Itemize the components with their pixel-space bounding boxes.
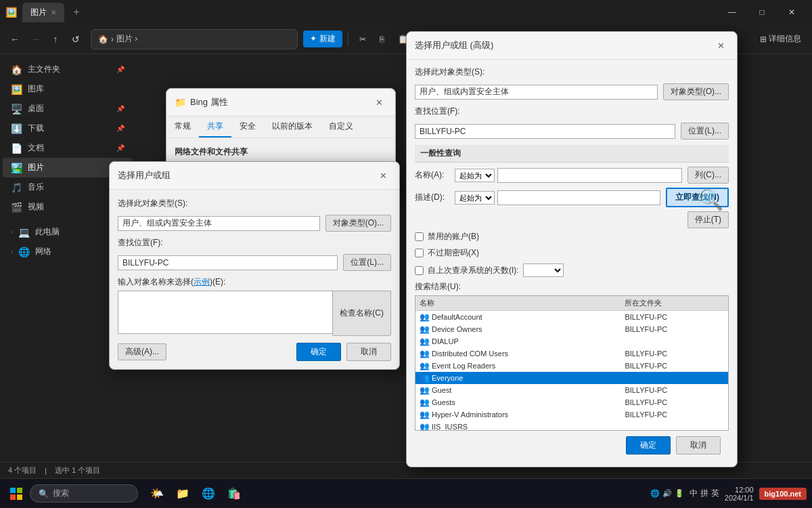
search-results-scroll[interactable]: 名称 所在文件夹 👥DefaultAccount BILLYFU-PC 👥Dev… — [415, 295, 729, 431]
sidebar-item-desktop[interactable]: 🖥️ 桌面 📌 — [3, 99, 133, 119]
minimize-btn[interactable]: — — [717, 1, 747, 23]
new-tab-btn[interactable]: + — [67, 3, 86, 22]
desc-condition-select[interactable]: 起始为 — [455, 191, 495, 205]
taskbar-app-explorer[interactable]: 📁 — [172, 483, 194, 505]
cut-btn[interactable]: ✂ — [354, 32, 371, 47]
table-row[interactable]: 👥DIALUP — [415, 335, 728, 347]
expand-mypc: › — [11, 228, 13, 236]
adv-obj-type-btn[interactable]: 对象类型(O)... — [663, 83, 729, 100]
explorer-tab[interactable]: 图片 ✕ — [22, 3, 64, 22]
refresh-btn[interactable]: ↺ — [66, 30, 85, 49]
bing-props-close[interactable]: ✕ — [371, 94, 387, 110]
select-user-body: 选择此对象类型(S): 用户、组或内置安全主体 对象类型(O)... 查找位置(… — [110, 190, 399, 369]
sidebar-item-home[interactable]: 🏠 主文件夹 📌 — [3, 60, 133, 79]
table-row[interactable]: 👥Hyper-V Administrators BILLYFU-PC — [415, 408, 728, 421]
obj-type-btn[interactable]: 对象类型(O)... — [325, 215, 391, 232]
adv-loc-row: BILLYFU-PC 位置(L)... — [415, 123, 729, 140]
advanced-titlebar: 选择用户或组 (高级) ✕ — [407, 32, 737, 60]
up-btn[interactable]: ↑ — [46, 30, 65, 49]
ime-en: 英 — [711, 488, 719, 499]
table-row[interactable]: 👥IIS_IUSRS — [415, 421, 728, 431]
date: 2024/1/1 — [725, 494, 754, 502]
result-icon: 👥 — [420, 337, 430, 346]
adv-obj-type-row: 用户、组或内置安全主体 对象类型(O)... — [415, 83, 729, 100]
taskbar-pinned-apps: 🌤️ 📁 🌐 🛍️ — [146, 483, 245, 505]
sidebar-item-downloads[interactable]: ⬇️ 下载 📌 — [3, 119, 133, 138]
sidebar-item-docs[interactable]: 📄 文档 📌 — [3, 138, 133, 158]
result-icon: 👥 — [420, 324, 430, 334]
taskbar-app-store[interactable]: 🛍️ — [223, 483, 245, 505]
table-row[interactable]: 👥Guest BILLYFU-PC — [415, 384, 728, 396]
taskbar-right: 🌐 🔊 🔋 中 拼 英 12:00 2024/1/1 big100.net — [650, 486, 807, 502]
name-query-input[interactable] — [497, 168, 682, 183]
col-name-header: 名称 — [415, 296, 621, 311]
location-btn[interactable]: 位置(L)... — [343, 254, 391, 271]
address-bar[interactable]: 🏠 › 图片 › — [91, 29, 298, 49]
query-row1: 名称(A): 起始为 列(C)... — [415, 167, 729, 184]
tab-previous[interactable]: 以前的版本 — [264, 117, 321, 137]
table-row[interactable]: 👥Guests BILLYFU-PC — [415, 396, 728, 408]
sidebar-videos-label: 视频 — [28, 201, 44, 213]
tab-general[interactable]: 常规 — [166, 117, 199, 137]
tray-battery: 🔋 — [675, 489, 684, 498]
advanced-btn[interactable]: 高级(A)... — [118, 343, 166, 360]
name-condition-select[interactable]: 起始为 — [455, 169, 495, 182]
ime-indicator[interactable]: 中 拼 英 — [690, 488, 719, 499]
back-btn[interactable]: ← — [5, 30, 24, 49]
copy-btn[interactable]: ⎘ — [374, 32, 390, 47]
tab-share[interactable]: 共享 — [199, 117, 231, 137]
days-select[interactable] — [523, 263, 564, 277]
table-row[interactable]: 👥Distributed COM Users BILLYFU-PC — [415, 347, 728, 360]
start-button[interactable] — [5, 483, 27, 505]
result-name: 👥Guests — [415, 396, 621, 408]
result-folder: BILLYFU-PC — [621, 360, 728, 372]
sidebar-item-gallery[interactable]: 🖼️ 图库 — [3, 79, 133, 99]
taskbar-search[interactable]: 🔍 搜索 — [30, 484, 138, 503]
select-user-cancel-btn[interactable]: 取消 — [346, 343, 391, 361]
location-label: 查找位置(F): — [118, 237, 165, 249]
details-btn[interactable]: ⊞ 详细信息 — [754, 30, 807, 47]
advanced-cancel-btn[interactable]: 取消 — [676, 436, 721, 454]
stop-btn[interactable]: 停止(T) — [687, 211, 729, 228]
search-text: 搜索 — [53, 488, 69, 499]
desc-query-input[interactable] — [497, 190, 660, 205]
result-folder: BILLYFU-PC — [621, 323, 728, 335]
list-btn[interactable]: 列(C)... — [687, 167, 729, 184]
advanced-ok-btn[interactable]: 确定 — [626, 436, 671, 454]
result-name: 👥Distributed COM Users — [415, 347, 621, 360]
adv-loc-btn[interactable]: 位置(L)... — [681, 123, 729, 140]
table-row[interactable]: 👥Device Owners BILLYFU-PC — [415, 323, 728, 335]
example-link[interactable]: 示例 — [194, 277, 210, 287]
select-user-close[interactable]: ✕ — [375, 167, 391, 184]
tab-custom[interactable]: 自定义 — [321, 117, 361, 137]
music-icon: 🎵 — [11, 182, 22, 193]
disabled-accounts-cb[interactable] — [415, 232, 424, 241]
new-btn[interactable]: ✦ 新建 — [303, 30, 342, 47]
taskbar: 🔍 搜索 🌤️ 📁 🌐 🛍️ 🌐 🔊 🔋 中 拼 英 12:00 2024/1/… — [0, 478, 812, 508]
table-row[interactable]: 👥Everyone — [415, 372, 728, 384]
advanced-close[interactable]: ✕ — [713, 37, 729, 54]
taskbar-app-widgets[interactable]: 🌤️ — [146, 483, 168, 505]
select-user-ok-btn[interactable]: 确定 — [296, 343, 341, 361]
tab-security[interactable]: 安全 — [231, 117, 264, 137]
maximize-btn[interactable]: □ — [747, 1, 777, 23]
result-icon: 👥 — [420, 361, 430, 371]
table-row[interactable]: 👥Event Log Readers BILLYFU-PC — [415, 360, 728, 372]
forward-btn[interactable]: → — [26, 30, 45, 49]
check-names-btn[interactable]: 检查名称(C) — [332, 291, 391, 336]
pin-icon4: 📌 — [116, 144, 125, 152]
windows-logo — [10, 488, 22, 500]
search-icon: 🔍 — [39, 489, 49, 499]
sidebar-dl-label: 下载 — [28, 123, 44, 134]
docs-icon: 📄 — [11, 143, 22, 154]
obj-type-text: 用户、组或内置安全主体 — [122, 217, 212, 229]
taskbar-app-edge[interactable]: 🌐 — [198, 483, 219, 505]
advanced-title: 选择用户或组 (高级) — [415, 39, 713, 51]
close-btn[interactable]: ✕ — [777, 1, 807, 23]
no-expire-cb[interactable] — [415, 249, 424, 257]
table-row[interactable]: 👥DefaultAccount BILLYFU-PC — [415, 311, 728, 324]
item-count: 4 个项目 — [8, 465, 37, 475]
days-since-cb[interactable] — [415, 266, 424, 275]
tab-close-btn[interactable]: ✕ — [51, 9, 56, 16]
result-folder — [621, 335, 728, 347]
